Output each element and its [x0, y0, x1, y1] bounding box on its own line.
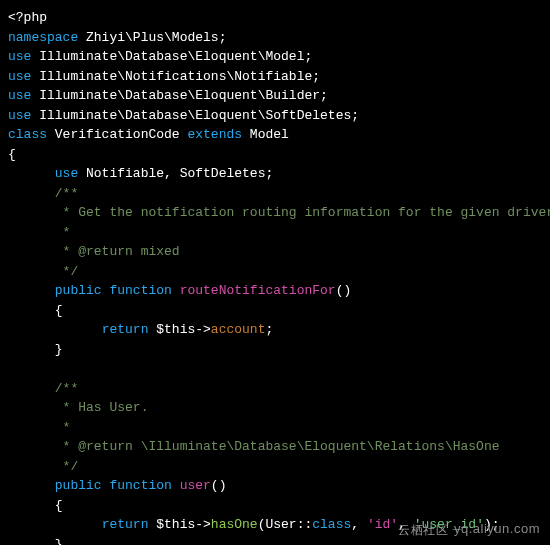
comment: * Has User.	[55, 400, 149, 415]
kw-class-const: class	[312, 517, 351, 532]
watermark-url: yq.aliyun.com	[454, 521, 540, 536]
use-1: Illuminate\Database\Eloquent\Model;	[31, 49, 312, 64]
this-ref: $this->	[156, 517, 211, 532]
kw-extends: extends	[187, 127, 242, 142]
kw-public: public	[55, 478, 102, 493]
semi: ;	[265, 322, 273, 337]
ns-value: Zhiyi\Plus\Models;	[78, 30, 226, 45]
kw-function: function	[102, 478, 180, 493]
method-hasOne: hasOne	[211, 517, 258, 532]
kw-use: use	[8, 69, 31, 84]
str-id: 'id'	[367, 517, 398, 532]
comment: * @return mixed	[55, 244, 180, 259]
fn-routeNotificationFor: routeNotificationFor	[180, 283, 336, 298]
comment: */	[55, 264, 78, 279]
kw-namespace: namespace	[8, 30, 78, 45]
comment: */	[55, 459, 78, 474]
comment: /**	[55, 381, 78, 396]
comment: *	[55, 225, 71, 240]
kw-class: class	[8, 127, 47, 142]
comment: /**	[55, 186, 78, 201]
brace-open: {	[55, 303, 63, 318]
brace-open: {	[55, 498, 63, 513]
code-block: <?php namespace Zhiyi\Plus\Models; use I…	[0, 0, 550, 545]
use-2: Illuminate\Notifications\Notifiable;	[31, 69, 320, 84]
watermark: 云栖社区yq.aliyun.com	[398, 519, 540, 539]
brace-close: }	[55, 342, 63, 357]
kw-function: function	[102, 283, 180, 298]
comment: * Get the notification routing informati…	[55, 205, 550, 220]
kw-return: return	[102, 322, 157, 337]
class-name: VerificationCode	[47, 127, 187, 142]
paren: ()	[211, 478, 227, 493]
fn-user: user	[180, 478, 211, 493]
watermark-cn: 云栖社区	[398, 521, 448, 539]
kw-use: use	[8, 49, 31, 64]
comment: * @return \Illuminate\Database\Eloquent\…	[55, 439, 500, 454]
php-open-tag: <?php	[8, 10, 47, 25]
brace-open: {	[8, 147, 16, 162]
kw-return: return	[102, 517, 157, 532]
kw-use: use	[8, 108, 31, 123]
brace-close: }	[55, 537, 63, 546]
kw-public: public	[55, 283, 102, 298]
traits: Notifiable, SoftDeletes;	[78, 166, 273, 181]
prop-account: account	[211, 322, 266, 337]
comment: *	[55, 420, 71, 435]
comma: ,	[351, 517, 367, 532]
kw-use: use	[55, 166, 78, 181]
extends-val: Model	[242, 127, 289, 142]
use-3: Illuminate\Database\Eloquent\Builder;	[31, 88, 327, 103]
this-ref: $this->	[156, 322, 211, 337]
use-4: Illuminate\Database\Eloquent\SoftDeletes…	[31, 108, 359, 123]
arg-open: (User::	[258, 517, 313, 532]
paren: ()	[336, 283, 352, 298]
kw-use: use	[8, 88, 31, 103]
